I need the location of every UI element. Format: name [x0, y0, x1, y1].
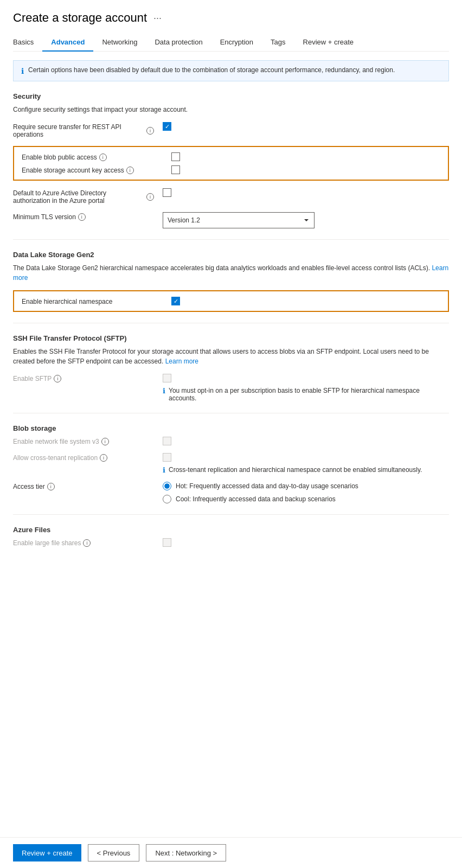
previous-button[interactable]: < Previous — [88, 844, 140, 861]
hierarchical-namespace-row: Enable hierarchical namespace — [22, 297, 440, 305]
sftp-info-note-icon: ℹ — [163, 387, 165, 395]
tls-version-select[interactable]: Version 1.0 Version 1.1 Version 1.2 — [163, 212, 315, 228]
info-banner-text: Certain options have been disabled by de… — [28, 66, 395, 74]
blob-storage-section: Blob storage Enable network file system … — [13, 424, 449, 503]
tab-review-create[interactable]: Review + create — [294, 34, 363, 52]
tab-basics[interactable]: Basics — [13, 34, 42, 52]
azure-files-section: Azure Files Enable large file shares i — [13, 526, 449, 547]
security-description: Configure security settings that impact … — [13, 105, 449, 114]
large-file-shares-checkbox[interactable] — [163, 538, 171, 547]
tab-bar: Basics Advanced Networking Data protecti… — [13, 34, 449, 52]
azure-files-title: Azure Files — [13, 526, 449, 534]
tab-data-protection[interactable]: Data protection — [146, 34, 211, 52]
hierarchical-namespace-checkbox[interactable] — [171, 297, 180, 305]
sftp-learn-more-link[interactable]: Learn more — [165, 358, 198, 365]
access-tier-info-icon[interactable]: i — [47, 483, 55, 490]
info-banner: ℹ Certain options have been disabled by … — [13, 60, 449, 81]
tab-networking[interactable]: Networking — [93, 34, 146, 52]
secure-transfer-row: Require secure transfer for REST API ope… — [13, 122, 449, 138]
datalake-section: Data Lake Storage Gen2 The Data Lake Sto… — [13, 251, 449, 312]
large-file-shares-info-icon[interactable]: i — [83, 539, 91, 547]
datalake-description: The Data Lake Storage Gen2 hierarchical … — [13, 263, 449, 283]
cross-tenant-label: Allow cross-tenant replication i — [13, 453, 154, 462]
sftp-title: SSH File Transfer Protocol (SFTP) — [13, 334, 449, 342]
sftp-info-icon[interactable]: i — [54, 375, 61, 382]
nfs-v3-row: Enable network file system v3 i — [13, 437, 449, 445]
nfs-v3-label: Enable network file system v3 i — [13, 437, 154, 445]
enable-sftp-label: Enable SFTP i — [13, 374, 154, 382]
tls-info-icon[interactable]: i — [78, 213, 86, 221]
nfs-v3-checkbox[interactable] — [163, 437, 171, 445]
access-tier-cool-radio[interactable] — [163, 495, 171, 503]
sftp-section: SSH File Transfer Protocol (SFTP) Enable… — [13, 334, 449, 402]
cross-tenant-info-note: ℹ Cross-tenant replication and hierarchi… — [163, 466, 422, 474]
security-title: Security — [13, 92, 449, 100]
info-banner-icon: ℹ — [21, 67, 24, 75]
tab-tags[interactable]: Tags — [262, 34, 294, 52]
storage-key-access-row: Enable storage account key access i — [22, 165, 440, 174]
storage-key-access-label: Enable storage account key access i — [22, 165, 163, 174]
secure-transfer-checkbox[interactable] — [163, 122, 171, 131]
cross-tenant-info-icon[interactable]: i — [100, 454, 107, 462]
access-tier-cool-option[interactable]: Cool: Infrequently accessed data and bac… — [163, 495, 358, 503]
review-create-button[interactable]: Review + create — [13, 844, 81, 861]
tab-advanced[interactable]: Advanced — [42, 34, 93, 52]
blob-public-access-info-icon[interactable]: i — [99, 154, 107, 161]
access-tier-label: Access tier i — [13, 482, 154, 490]
aad-auth-checkbox[interactable] — [163, 188, 171, 197]
aad-auth-label: Default to Azure Active Directory author… — [13, 188, 154, 205]
datalake-title: Data Lake Storage Gen2 — [13, 251, 449, 259]
enable-sftp-row: Enable SFTP i ℹ You must opt-in on a per… — [13, 374, 449, 402]
tls-version-label: Minimum TLS version i — [13, 212, 154, 221]
secure-transfer-label: Require secure transfer for REST API ope… — [13, 122, 154, 138]
aad-auth-row: Default to Azure Active Directory author… — [13, 188, 449, 205]
blob-public-access-label: Enable blob public access i — [22, 152, 163, 161]
next-button[interactable]: Next : Networking > — [146, 844, 226, 861]
hierarchical-namespace-label: Enable hierarchical namespace — [22, 297, 163, 305]
access-tier-row: Access tier i Hot: Frequently accessed d… — [13, 482, 449, 503]
blob-public-access-checkbox[interactable] — [171, 152, 180, 161]
bottom-bar: Review + create < Previous Next : Networ… — [0, 837, 462, 868]
sftp-info-note: ℹ You must opt-in on a per subscription … — [163, 387, 449, 402]
storage-key-access-info-icon[interactable]: i — [126, 167, 134, 174]
security-section: Security Configure security settings tha… — [13, 92, 449, 228]
blob-storage-title: Blob storage — [13, 424, 449, 432]
access-tier-hot-option[interactable]: Hot: Frequently accessed data and day-to… — [163, 482, 358, 490]
enable-sftp-checkbox[interactable] — [163, 374, 171, 382]
more-options-icon[interactable]: ··· — [153, 12, 162, 24]
access-tier-radio-group: Hot: Frequently accessed data and day-to… — [163, 482, 358, 503]
nfs-v3-info-icon[interactable]: i — [101, 438, 109, 445]
tls-version-row: Minimum TLS version i Version 1.0 Versio… — [13, 212, 449, 228]
access-tier-hot-radio[interactable] — [163, 482, 171, 490]
cross-tenant-checkbox[interactable] — [163, 453, 171, 462]
blob-public-access-row: Enable blob public access i — [22, 152, 440, 161]
secure-transfer-info-icon[interactable]: i — [146, 127, 154, 135]
security-outlined-box: Enable blob public access i Enable stora… — [13, 146, 449, 181]
cross-tenant-info-note-icon: ℹ — [163, 466, 165, 474]
hierarchical-namespace-box: Enable hierarchical namespace — [13, 290, 449, 312]
page-title: Create a storage account — [13, 11, 147, 25]
storage-key-access-checkbox[interactable] — [171, 165, 180, 174]
aad-auth-info-icon[interactable]: i — [146, 193, 154, 201]
large-file-shares-label: Enable large file shares i — [13, 538, 154, 547]
sftp-description: Enables the SSH File Transfer Protocol f… — [13, 347, 449, 366]
cross-tenant-row: Allow cross-tenant replication i ℹ Cross… — [13, 453, 449, 474]
large-file-shares-row: Enable large file shares i — [13, 538, 449, 547]
tab-encryption[interactable]: Encryption — [211, 34, 262, 52]
